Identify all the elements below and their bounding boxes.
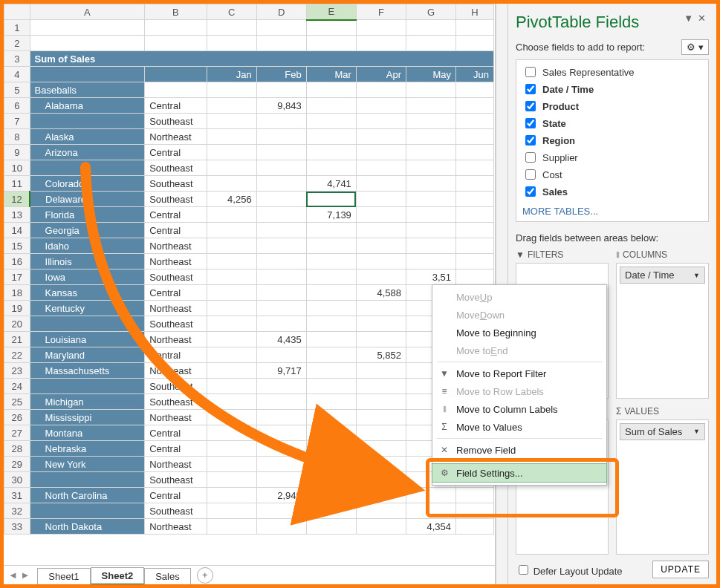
columns-area[interactable]: ⦀COLUMNS Date / Time▼	[616, 249, 709, 399]
context-menu-item[interactable]: Move to Beginning	[432, 324, 606, 342]
chevron-down-icon: ▼	[693, 272, 700, 279]
chevron-down-icon: ▼	[693, 428, 700, 435]
pane-title: PivotTable Fields	[516, 13, 709, 32]
pane-menu-icon[interactable]: ▼	[684, 13, 693, 24]
sheet-tabs: ◄ ► Sheet1 Sheet2 Sales +	[4, 565, 495, 584]
add-sheet-button[interactable]: +	[197, 567, 213, 584]
values-tag[interactable]: Sum of Sales▼	[620, 423, 705, 440]
sigma-icon: Σ	[616, 406, 621, 416]
col-header[interactable]: A	[30, 4, 145, 20]
sheet-nav-arrows[interactable]: ◄ ►	[8, 569, 37, 581]
col-header[interactable]: H	[456, 4, 494, 20]
field-item[interactable]: State	[522, 116, 702, 131]
col-header[interactable]: F	[356, 4, 406, 20]
field-list[interactable]: Sales RepresentativeDate / TimeProductSt…	[516, 59, 709, 222]
gear-icon[interactable]: ⚙ ▾	[681, 39, 709, 55]
context-menu-item: ≡Move to Row Labels	[432, 382, 606, 400]
close-icon[interactable]: ✕	[698, 13, 706, 24]
drag-label: Drag fields between areas below:	[516, 232, 709, 244]
sheet-tab[interactable]: Sales	[144, 568, 191, 584]
context-menu-item[interactable]: ▼Move to Report Filter	[432, 365, 606, 382]
sheet-tab[interactable]: Sheet1	[37, 568, 90, 584]
field-item[interactable]: Region	[522, 133, 702, 148]
values-area[interactable]: ΣVALUES Sum of Sales▼	[616, 406, 709, 555]
context-menu: Move UpMove DownMove to BeginningMove to…	[432, 284, 607, 486]
col-header[interactable]: C	[207, 4, 256, 20]
filter-icon: ▼	[516, 249, 525, 260]
col-header-selected[interactable]: E	[306, 4, 356, 20]
columns-icon: ⦀	[616, 249, 620, 260]
context-menu-item: Move Down	[432, 306, 606, 324]
context-menu-item: Move to End	[432, 342, 606, 359]
context-menu-item[interactable]: ΣMove to Values	[432, 418, 606, 436]
col-header-row[interactable]: A B C D E F G H	[4, 4, 494, 20]
pane-subtitle: Choose fields to add to report:	[516, 42, 645, 53]
field-item[interactable]: Sales	[522, 184, 702, 199]
field-item[interactable]: Supplier	[522, 150, 702, 165]
columns-tag[interactable]: Date / Time▼	[620, 267, 705, 284]
defer-layout-checkbox[interactable]: Defer Layout Update	[516, 563, 623, 577]
field-item[interactable]: Product	[522, 99, 702, 114]
sheet-tab-active[interactable]: Sheet2	[91, 567, 145, 585]
field-item[interactable]: Date / Time	[522, 82, 702, 97]
col-header[interactable]: G	[406, 4, 455, 20]
field-item[interactable]: Sales Representative	[522, 65, 702, 79]
update-button[interactable]: UPDATE	[652, 561, 709, 578]
context-menu-item: Move Up	[432, 288, 606, 306]
context-menu-item[interactable]: ⚙Field Settings...	[432, 464, 606, 482]
grid[interactable]: A B C D E F G H 123Sum of Sales4JanFebMa…	[4, 4, 495, 565]
spreadsheet-area: A B C D E F G H 123Sum of Sales4JanFebMa…	[4, 4, 496, 584]
col-header[interactable]: B	[145, 4, 207, 20]
context-menu-item[interactable]: ✕Remove Field	[432, 441, 606, 459]
context-menu-item[interactable]: ⦀Move to Column Labels	[432, 400, 606, 418]
field-item[interactable]: Cost	[522, 167, 702, 182]
col-header[interactable]: D	[256, 4, 306, 20]
